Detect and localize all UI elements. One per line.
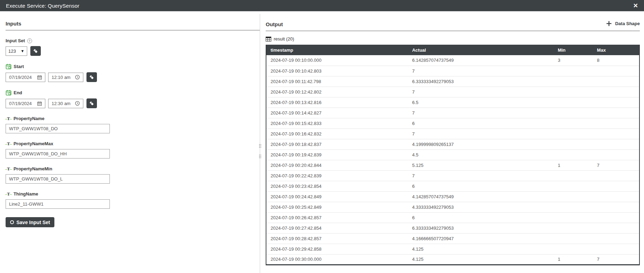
table-cell-min — [554, 66, 593, 76]
text-field-icon: –T– — [6, 141, 12, 146]
table-cell-timestamp: 2024-07-19 00:29:42.858 — [266, 244, 408, 254]
table-cell-actual: 5.125 — [408, 160, 554, 170]
table-cell-timestamp: 2024-07-19 00:10:42.803 — [266, 66, 408, 76]
table-cell-timestamp: 2024-07-19 00:12:42.802 — [266, 87, 408, 97]
table-cell-max — [593, 191, 639, 202]
end-time-value: 12:30 am — [52, 101, 70, 106]
data-shape-button-label: Data Shape — [615, 21, 640, 26]
table-row: 2024-07-19 00:20:42.8445.12517 — [266, 160, 639, 170]
text-field-icon: –T– — [6, 167, 12, 171]
clear-end-button[interactable] — [86, 98, 97, 108]
table-cell-actual: 4.333333492279053 — [408, 202, 554, 212]
thingname-input[interactable] — [6, 199, 110, 209]
save-input-set-label: Save Input Set — [16, 220, 50, 225]
table-cell-max — [593, 66, 639, 76]
table-cell-timestamp: 2024-07-19 00:22:42.839 — [266, 170, 408, 181]
table-row: 2024-07-19 00:10:42.8037 — [266, 66, 639, 76]
clear-start-button[interactable] — [86, 72, 97, 82]
table-cell-actual: 4.125 — [408, 254, 554, 265]
table-cell-max: 7 — [593, 160, 639, 170]
table-cell-min: 1 — [554, 160, 593, 170]
table-cell-timestamp: 2024-07-19 00:18:42.837 — [266, 139, 408, 149]
start-label: Start — [14, 64, 24, 69]
result-row: result (20) — [266, 36, 640, 42]
table-row: 2024-07-19 00:14:42.8277 — [266, 108, 639, 118]
table-cell-timestamp: 2024-07-19 00:19:42.839 — [266, 149, 408, 160]
start-date-input[interactable]: 07/19/2024 — [6, 73, 45, 82]
table-cell-min — [554, 97, 593, 108]
table-cell-actual: 4.125 — [408, 244, 554, 254]
table-cell-max: 7 — [593, 254, 639, 265]
table-cell-timestamp: 2024-07-19 00:14:42.827 — [266, 108, 408, 118]
propertynamemax-label-row: –T– PropertyNameMax — [6, 141, 260, 146]
table-cell-min: 3 — [554, 55, 593, 66]
propertynamemax-input[interactable] — [6, 149, 110, 158]
calendar-icon[interactable] — [37, 101, 42, 106]
text-field-icon: –T– — [6, 192, 12, 196]
input-set-select[interactable]: 123 ▼ — [6, 46, 27, 56]
table-grid-icon — [266, 37, 271, 42]
inputs-panel: Inputs Input Set ? 123 ▼ — [6, 12, 260, 227]
table-row: 2024-07-19 00:12:42.8027 — [266, 87, 639, 97]
table-row: 2024-07-19 00:29:42.8584.125 — [266, 244, 639, 254]
inputs-heading: Inputs — [6, 21, 21, 27]
inputs-heading-row: Inputs — [6, 12, 260, 30]
eraser-icon — [89, 74, 94, 80]
table-cell-max — [593, 233, 639, 244]
table-cell-min — [554, 76, 593, 87]
propertyname-input[interactable] — [6, 124, 110, 133]
table-row: 2024-07-19 00:24:42.8494.142857074737549 — [266, 191, 639, 202]
table-row: 2024-07-19 00:30:00.0004.12517 — [266, 254, 639, 265]
clock-icon[interactable] — [75, 101, 80, 106]
save-input-set-button[interactable]: Save Input Set — [6, 217, 54, 227]
table-row: 2024-07-19 00:23:42.8546 — [266, 181, 639, 191]
propertynamemin-label: PropertyNameMin — [14, 166, 52, 171]
end-date-input[interactable]: 07/19/2024 — [6, 99, 45, 108]
table-row: 2024-07-19 00:18:42.8374.199999809265137 — [266, 139, 639, 149]
panel-divider[interactable] — [260, 14, 260, 273]
table-cell-max: 8 — [593, 55, 639, 66]
table-cell-max — [593, 97, 639, 108]
result-table-header-row: timestampActualMinMax — [266, 45, 639, 55]
table-cell-max — [593, 212, 639, 223]
table-cell-actual: 6.333333492279053 — [408, 76, 554, 87]
table-cell-max — [593, 170, 639, 181]
clock-icon[interactable] — [75, 75, 80, 80]
table-cell-timestamp: 2024-07-19 00:13:42.816 — [266, 97, 408, 108]
start-time-input[interactable]: 12:10 am — [48, 73, 83, 82]
table-row: 2024-07-19 00:11:42.7986.333333492279053 — [266, 76, 639, 87]
input-set-label: Input Set — [6, 38, 25, 43]
end-time-input[interactable]: 12:30 am — [48, 99, 83, 108]
data-shape-button[interactable]: Data Shape — [606, 21, 640, 27]
close-icon[interactable]: ✕ — [633, 3, 638, 9]
table-cell-timestamp: 2024-07-19 00:25:42.849 — [266, 202, 408, 212]
table-cell-actual: 6 — [408, 118, 554, 128]
table-cell-actual: 6.142857074737549 — [408, 55, 554, 66]
table-cell-min — [554, 108, 593, 118]
table-cell-actual: 6.5 — [408, 97, 554, 108]
calendar-icon[interactable] — [37, 75, 42, 80]
table-row: 2024-07-19 00:27:42.8546.333333492279053 — [266, 223, 639, 233]
table-cell-timestamp: 2024-07-19 00:26:42.857 — [266, 212, 408, 223]
table-row: 2024-07-19 00:28:42.8574.166666507720947 — [266, 233, 639, 244]
start-time-value: 12:10 am — [52, 75, 70, 80]
table-cell-timestamp: 2024-07-19 00:10:00.000 — [266, 55, 408, 66]
divider-drag-handle[interactable] — [259, 155, 262, 158]
column-header-max: Max — [593, 45, 639, 55]
divider-drag-handle[interactable] — [259, 144, 262, 148]
table-cell-timestamp: 2024-07-19 00:16:42.832 — [266, 128, 408, 139]
table-cell-max — [593, 181, 639, 191]
table-cell-actual: 7 — [408, 87, 554, 97]
table-cell-min — [554, 191, 593, 202]
propertynamemin-input[interactable] — [6, 174, 110, 184]
help-icon[interactable]: ? — [27, 38, 32, 43]
propertynamemax-label: PropertyNameMax — [14, 141, 53, 146]
table-cell-min — [554, 149, 593, 160]
column-header-min: Min — [554, 45, 593, 55]
table-cell-timestamp: 2024-07-19 00:28:42.857 — [266, 233, 408, 244]
start-row: 07/19/2024 12:10 am — [6, 72, 260, 82]
column-header-timestamp: timestamp — [266, 45, 408, 55]
table-cell-min — [554, 170, 593, 181]
table-cell-timestamp: 2024-07-19 00:24:42.849 — [266, 191, 408, 202]
clear-input-set-button[interactable] — [30, 46, 41, 56]
